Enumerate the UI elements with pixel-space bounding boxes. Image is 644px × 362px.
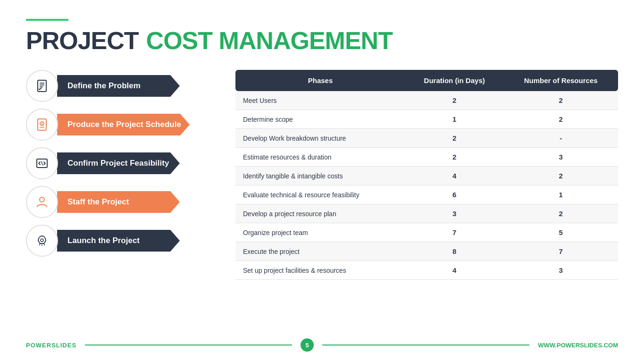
cell-phase: Develop a project resource plan — [235, 204, 405, 223]
cell-phase: Develop Work breakdown structure — [235, 129, 405, 148]
footer-brand-green: SLIDES — [51, 342, 76, 349]
cell-duration: 3 — [405, 204, 503, 223]
step-launch-label-bg: Launch the Project — [57, 230, 180, 252]
step-produce-arrow: Produce the Project Schedule — [57, 114, 190, 135]
person-icon — [34, 194, 50, 210]
steps-column: Define the Problem $ Produce the Pr — [26, 70, 229, 263]
cell-resources: 3 — [503, 148, 618, 167]
cell-phase: Evaluate technical & resource feasibilit… — [235, 185, 405, 204]
cell-duration: 4 — [405, 167, 503, 185]
step-launch-label: Launch the Project — [67, 236, 140, 245]
page: PROJECT COST MANAGEMENT — [0, 0, 644, 362]
code-bracket-icon — [34, 156, 50, 171]
cell-resources: 5 — [503, 223, 618, 242]
step-define-icon-circle — [26, 70, 58, 102]
step-launch-icon-circle — [26, 225, 58, 257]
step-staff-arrow: Staff the Project — [57, 191, 180, 213]
step-staff-label: Staff the Project — [67, 197, 129, 207]
cell-phase: Execute the project — [235, 242, 405, 261]
svg-point-11 — [41, 239, 43, 242]
step-produce-icon-circle: $ — [26, 109, 58, 141]
step-staff: Staff the Project — [26, 186, 229, 218]
cell-resources: 2 — [503, 91, 618, 110]
cell-resources: 3 — [503, 261, 618, 280]
cell-resources: 2 — [503, 167, 618, 185]
step-confirm-label-bg: Confirm Project Feasibility — [57, 152, 180, 174]
cell-duration: 7 — [405, 223, 503, 242]
header-accent-line — [26, 19, 68, 21]
cell-resources: 2 — [503, 204, 618, 223]
cell-phase: Identify tangible & intangible costs — [235, 167, 405, 185]
checklist-icon — [34, 78, 50, 93]
cell-resources: 2 — [503, 110, 618, 129]
cell-duration: 1 — [405, 110, 503, 129]
step-confirm-label: Confirm Project Feasibility — [67, 159, 169, 168]
cost-table: Phases Duration (in Days) Number of Reso… — [235, 70, 618, 280]
cell-phase: Organize project team — [235, 223, 405, 242]
cell-duration: 8 — [405, 242, 503, 261]
table-row: Execute the project87 — [235, 242, 618, 261]
cell-duration: 6 — [405, 185, 503, 204]
step-produce: $ Produce the Project Schedule — [26, 109, 229, 141]
step-produce-label-bg: Produce the Project Schedule — [57, 114, 190, 135]
step-confirm-arrow: Confirm Project Feasibility — [57, 152, 180, 174]
table-row: Meet Users22 — [235, 91, 618, 110]
svg-point-10 — [40, 197, 44, 202]
step-confirm-icon-circle — [26, 147, 58, 179]
title-part1: PROJECT — [26, 26, 139, 55]
step-define-label-bg: Define the Problem — [57, 75, 180, 97]
step-define-arrow: Define the Problem — [57, 75, 180, 97]
footer-line-left — [85, 345, 292, 345]
table-row: Estimate resources & duration23 — [235, 148, 618, 167]
step-staff-label-bg: Staff the Project — [57, 191, 180, 213]
step-define-label: Define the Problem — [67, 81, 141, 91]
data-table-container: Phases Duration (in Days) Number of Reso… — [235, 70, 618, 280]
cell-duration: 2 — [405, 129, 503, 148]
cell-phase: Determine scope — [235, 110, 405, 129]
rocket-icon — [34, 233, 50, 248]
title-part2: COST MANAGEMENT — [146, 26, 393, 55]
table-row: Develop a project resource plan32 — [235, 204, 618, 223]
col-header-duration: Duration (in Days) — [405, 70, 503, 91]
step-confirm: Confirm Project Feasibility — [26, 147, 229, 179]
svg-line-13 — [44, 244, 45, 245]
cell-duration: 2 — [405, 91, 503, 110]
svg-line-12 — [39, 244, 40, 245]
col-header-phases: Phases — [235, 70, 405, 91]
footer-brand: POWERSLIDES — [26, 342, 76, 349]
svg-rect-0 — [38, 80, 46, 92]
svg-text:$: $ — [41, 123, 43, 126]
dollar-receipt-icon: $ — [34, 117, 50, 132]
table-row: Organize project team75 — [235, 223, 618, 242]
table-row: Determine scope12 — [235, 110, 618, 129]
table-row: Evaluate technical & resource feasibilit… — [235, 185, 618, 204]
footer-brand-black: POWER — [26, 342, 51, 349]
table-row: Identify tangible & intangible costs42 — [235, 167, 618, 185]
step-launch-arrow: Launch the Project — [57, 230, 180, 252]
col-header-resources: Number of Resources — [503, 70, 618, 91]
main-content: Define the Problem $ Produce the Pr — [26, 70, 618, 280]
cell-resources: 1 — [503, 185, 618, 204]
table-header-row: Phases Duration (in Days) Number of Reso… — [235, 70, 618, 91]
table-row: Develop Work breakdown structure2- — [235, 129, 618, 148]
cell-resources: - — [503, 129, 618, 148]
cell-phase: Set up project facilities & resources — [235, 261, 405, 280]
footer-page-number: 5 — [301, 338, 314, 352]
step-define: Define the Problem — [26, 70, 229, 102]
footer: POWERSLIDES 5 WWW.POWERSLIDES.COM — [26, 338, 618, 352]
step-staff-icon-circle — [26, 186, 58, 218]
footer-line-right — [322, 345, 529, 345]
cell-phase: Estimate resources & duration — [235, 148, 405, 167]
cell-phase: Meet Users — [235, 91, 405, 110]
cell-duration: 2 — [405, 148, 503, 167]
step-produce-label: Produce the Project Schedule — [67, 120, 181, 129]
svg-line-9 — [42, 161, 42, 165]
footer-url: WWW.POWERSLIDES.COM — [538, 342, 618, 349]
table-row: Set up project facilities & resources43 — [235, 261, 618, 280]
step-launch: Launch the Project — [26, 225, 229, 257]
cell-duration: 4 — [405, 261, 503, 280]
page-title: PROJECT COST MANAGEMENT — [26, 26, 618, 55]
cell-resources: 7 — [503, 242, 618, 261]
